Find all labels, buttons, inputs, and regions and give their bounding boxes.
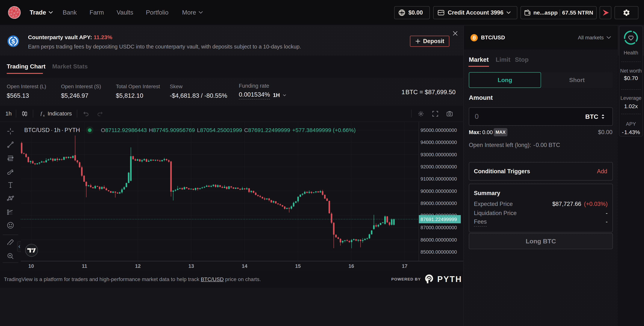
svg-text:17: 17: [402, 263, 408, 269]
svg-text:13: 13: [188, 263, 194, 269]
svg-text:f: f: [40, 111, 42, 116]
svg-text:11: 11: [82, 263, 87, 269]
svg-text:10: 10: [28, 263, 34, 269]
svg-text:94000.00000000: 94000.00000000: [420, 140, 457, 145]
svg-text:87691.22499999: 87691.22499999: [420, 216, 457, 222]
svg-text:91000.00000000: 91000.00000000: [420, 176, 457, 182]
svg-text:89000.00000000: 89000.00000000: [420, 200, 457, 206]
svg-text:86000.00000000: 86000.00000000: [420, 237, 457, 243]
svg-text:85000.00000000: 85000.00000000: [420, 249, 457, 255]
svg-text:x: x: [43, 114, 44, 117]
svg-text:93000.00000000: 93000.00000000: [420, 152, 457, 158]
svg-text:90000.00000000: 90000.00000000: [420, 188, 457, 194]
svg-text:14: 14: [242, 263, 248, 269]
svg-text:15: 15: [295, 263, 301, 269]
svg-text:16: 16: [348, 263, 354, 269]
svg-text:92000.00000000: 92000.00000000: [420, 164, 457, 170]
svg-text:87000.00000000: 87000.00000000: [420, 225, 457, 230]
svg-text:$: $: [12, 38, 15, 45]
svg-text:12: 12: [135, 263, 141, 269]
svg-text:95000.00000000: 95000.00000000: [420, 128, 457, 133]
